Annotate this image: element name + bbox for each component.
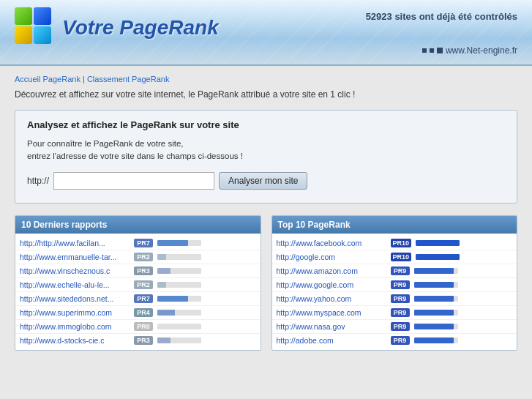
- pr-badge: PR9: [391, 294, 410, 303]
- site-title: Votre PageRank: [62, 16, 219, 40]
- pr-bar: [414, 268, 454, 274]
- site-url[interactable]: http://google.com: [277, 253, 386, 261]
- pr-bar-container: [416, 254, 460, 260]
- table-row: http://www.myspace.com PR9: [272, 306, 517, 320]
- pr-badge: PR2: [134, 253, 153, 261]
- pr-bar-container: [414, 296, 458, 302]
- pr-badge: PR9: [391, 336, 410, 345]
- site-url[interactable]: http://adobe.com: [277, 336, 386, 345]
- url-input[interactable]: [53, 172, 214, 190]
- pr-bar-container: [416, 240, 460, 246]
- pr-bar: [414, 310, 454, 316]
- site-url[interactable]: http://www.sitededons.net...: [20, 294, 130, 303]
- site-url[interactable]: http://www.yahoo.com: [277, 294, 386, 303]
- table-row: http://www.google.com PR9: [272, 278, 517, 292]
- pr-badge: PR0: [134, 322, 153, 331]
- site-url[interactable]: http://www.vinscheznous.c: [20, 266, 130, 275]
- site-url[interactable]: http://www.emmanuelle-tar...: [20, 253, 130, 261]
- pr-bar: [157, 268, 171, 274]
- pr-badge: PR9: [391, 280, 410, 289]
- pr-bar: [157, 282, 166, 288]
- last-reports-header: 10 Derniers rapports: [15, 216, 261, 234]
- pr-bar-container: [414, 282, 458, 288]
- table-row: http://www.superimmo.com PR4: [15, 306, 261, 320]
- site-url[interactable]: http://http://www.facilan...: [20, 239, 130, 247]
- pr-bar-container: [157, 310, 201, 316]
- pr-bar-container: [414, 310, 458, 316]
- site-url[interactable]: http://www.nasa.gov: [277, 322, 386, 331]
- pr-bar: [157, 310, 175, 316]
- pr-bar: [414, 338, 454, 343]
- cube-blue: [34, 7, 51, 25]
- pr-bar-container: [157, 240, 201, 246]
- pr-bar: [416, 254, 460, 260]
- cube-cyan: [34, 26, 51, 44]
- table-row: http://www.d-stocks-cie.c PR3: [15, 334, 261, 347]
- brand-dot-3: [437, 48, 443, 53]
- pr-badge: PR9: [391, 308, 410, 317]
- main-box: Analysez et affichez le PageRank sur vot…: [15, 110, 517, 204]
- pr-bar-container: [157, 254, 201, 260]
- table-row: http://www.immoglobo.com PR0: [15, 320, 261, 334]
- url-form: http:// Analyser mon site: [27, 172, 505, 190]
- table-row: http://http://www.facilan... PR7: [15, 236, 261, 250]
- table-row: http://www.yahoo.com PR9: [272, 292, 517, 306]
- pr-badge: PR3: [134, 266, 153, 275]
- pr-bar: [414, 282, 454, 288]
- breadcrumb-home[interactable]: Accueil PageRank: [15, 75, 80, 83]
- pr-bar: [157, 296, 188, 302]
- pr-bar-container: [414, 268, 458, 274]
- pr-bar: [416, 240, 460, 246]
- pr-badge: PR10: [391, 239, 412, 247]
- pr-badge: PR9: [391, 266, 410, 275]
- brand-dot-2: [430, 48, 434, 53]
- site-url[interactable]: http://www.superimmo.com: [20, 308, 130, 317]
- table-row: http://www.nasa.gov PR9: [272, 320, 517, 334]
- pr-bar-container: [157, 324, 201, 329]
- pr-bar-container: [414, 338, 458, 343]
- header-stats: 52923 sites ont déjà été contrôlés: [366, 11, 517, 22]
- instruction-line1: Pour connaître le PageRank de votre site…: [27, 139, 184, 148]
- site-url[interactable]: http://www.immoglobo.com: [20, 322, 130, 331]
- pr-bar: [157, 254, 166, 260]
- site-url[interactable]: http://www.d-stocks-cie.c: [20, 336, 130, 345]
- table-row: http://www.emmanuelle-tar... PR2: [15, 250, 261, 264]
- pr-bar: [414, 324, 454, 329]
- main-box-title: Analysez et affichez le PageRank sur vot…: [27, 119, 505, 130]
- pr-bar: [157, 338, 171, 343]
- pr-badge: PR7: [134, 239, 153, 247]
- header-brand: www.Net-engine.fr: [422, 45, 517, 56]
- last-reports-body: http://http://www.facilan... PR7 http://…: [15, 234, 261, 350]
- pr-badge: PR7: [134, 294, 153, 303]
- brand-url: www.Net-engine.fr: [446, 45, 517, 56]
- site-url[interactable]: http://www.echelle-alu-le...: [20, 280, 130, 289]
- analyse-button[interactable]: Analyser mon site: [219, 172, 307, 190]
- table-row: http://www.amazon.com PR9: [272, 264, 517, 278]
- table-row: http://google.com PR10: [272, 250, 517, 264]
- pr-badge: PR3: [134, 336, 153, 345]
- site-url[interactable]: http://www.facebook.com: [277, 239, 386, 247]
- logo-icon: [15, 7, 55, 48]
- pr-bar: [157, 240, 188, 246]
- cube-green: [15, 7, 32, 25]
- pr-bar-container: [157, 296, 201, 302]
- table-row: http://www.sitededons.net... PR7: [15, 292, 261, 306]
- header: Votre PageRank 52923 sites ont déjà été …: [0, 0, 532, 66]
- pr-badge: PR2: [134, 280, 153, 289]
- pr-bar-container: [157, 338, 201, 343]
- site-url[interactable]: http://www.google.com: [277, 280, 386, 289]
- site-url[interactable]: http://www.amazon.com: [277, 266, 386, 275]
- pr-badge: PR4: [134, 308, 153, 317]
- top-pagerank-header: Top 10 PageRank: [272, 216, 517, 234]
- table-row: http://www.facebook.com PR10: [272, 236, 517, 250]
- breadcrumb-classement[interactable]: Classement PageRank: [87, 75, 170, 83]
- table-row: http://adobe.com PR9: [272, 334, 517, 347]
- pr-bar-container: [157, 268, 201, 274]
- breadcrumb: Accueil PageRank | Classement PageRank: [15, 73, 517, 83]
- pr-bar-container: [414, 324, 458, 329]
- site-url[interactable]: http://www.myspace.com: [277, 308, 386, 317]
- last-reports-col: 10 Derniers rapports http://http://www.f…: [15, 215, 261, 351]
- pr-badge: PR9: [391, 322, 410, 331]
- brand-dot-1: [422, 48, 427, 53]
- pr-bar: [414, 296, 454, 302]
